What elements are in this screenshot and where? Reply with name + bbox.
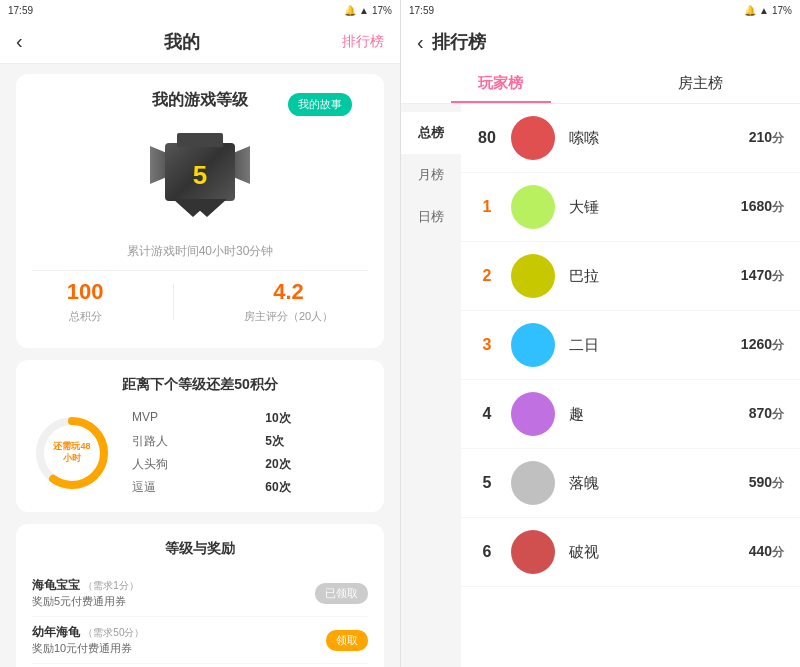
- right-notification-icon: 🔔: [744, 5, 756, 16]
- total-points-value: 100: [67, 279, 104, 305]
- badge-right-tail: [187, 199, 227, 217]
- rank-name-2: 巴拉: [569, 267, 727, 286]
- task-label-1: 引路人: [132, 433, 245, 450]
- avatar-2: [511, 254, 555, 298]
- rank-name-4: 趣: [569, 405, 735, 424]
- reward-desc-1: 奖励10元付费通用券: [32, 641, 144, 656]
- wifi-icon: ▲: [359, 5, 369, 16]
- filter-daily[interactable]: 日榜: [401, 196, 461, 238]
- badge-top-tab: [177, 133, 223, 147]
- donut-label: 还需玩48小时: [53, 441, 90, 464]
- rank-name-6: 破视: [569, 543, 735, 562]
- right-back-button[interactable]: ‹: [417, 31, 424, 54]
- task-value-2: 20次: [265, 456, 368, 473]
- tabs-row: 玩家榜 房主榜: [401, 64, 800, 104]
- stats-divider: [173, 284, 174, 320]
- rank-number-0: 80: [477, 129, 497, 147]
- progress-content: 还需玩48小时 MVP 10次 引路人 5次 人头狗 20次 逗逼 60次: [32, 410, 368, 496]
- tasks-grid: MVP 10次 引路人 5次 人头狗 20次 逗逼 60次: [132, 410, 368, 496]
- left-status-icons: 🔔 ▲ 17%: [344, 5, 392, 16]
- ranking-list: 80 嗦嗦 210分 1 大锤 1680分 2 巴拉 1470分 3 二日: [461, 104, 800, 667]
- ranking-item-1[interactable]: 1 大锤 1680分: [461, 173, 800, 242]
- task-value-1: 5次: [265, 433, 368, 450]
- rank-number-3: 3: [477, 336, 497, 354]
- ranking-item-0[interactable]: 80 嗦嗦 210分: [461, 104, 800, 173]
- reward-left-1: 幼年海龟 （需求50分） 奖励10元付费通用券: [32, 624, 144, 656]
- task-label-0: MVP: [132, 410, 245, 427]
- avatar-6: [511, 530, 555, 574]
- progress-card: 距离下个等级还差50积分 还需玩48小时 MVP 10次 引路人 5次 人头狗: [16, 360, 384, 512]
- ranking-item-4[interactable]: 4 趣 870分: [461, 380, 800, 449]
- rewards-card: 等级与奖励 海龟宝宝 （需求1分） 奖励5元付费通用券 已领取 幼年海龟 （需求…: [16, 524, 384, 667]
- filter-total[interactable]: 总榜: [401, 112, 461, 154]
- right-header-row: ‹ 排行榜: [401, 20, 800, 64]
- right-time: 17:59: [409, 5, 434, 16]
- task-value-3: 60次: [265, 479, 368, 496]
- right-panel: 17:59 🔔 ▲ 17% ‹ 排行榜 玩家榜 房主榜 总榜 月榜 日榜 80: [400, 0, 800, 667]
- left-page-title: 我的: [164, 30, 200, 54]
- reward-left-0: 海龟宝宝 （需求1分） 奖励5元付费通用券: [32, 577, 139, 609]
- tab-host-ranking[interactable]: 房主榜: [601, 64, 801, 103]
- right-wifi-icon: ▲: [759, 5, 769, 16]
- rank-score-2: 1470分: [741, 267, 784, 285]
- ranking-item-5[interactable]: 5 落魄 590分: [461, 449, 800, 518]
- rank-number-5: 5: [477, 474, 497, 492]
- rank-score-0: 210分: [749, 129, 784, 147]
- reward-btn-1[interactable]: 领取: [326, 630, 368, 651]
- reward-level-name-1: 幼年海龟 （需求50分）: [32, 624, 144, 641]
- level-card-title: 我的游戏等级: [152, 90, 248, 111]
- rewards-title: 等级与奖励: [32, 540, 368, 558]
- rank-number-1: 1: [477, 198, 497, 216]
- reward-row-1: 幼年海龟 （需求50分） 奖励10元付费通用券 领取: [32, 617, 368, 664]
- rank-name-0: 嗦嗦: [569, 129, 735, 148]
- right-status-bar: 17:59 🔔 ▲ 17%: [401, 0, 800, 20]
- ranking-item-2[interactable]: 2 巴拉 1470分: [461, 242, 800, 311]
- level-time-text: 累计游戏时间40小时30分钟: [127, 243, 274, 260]
- left-panel: 17:59 🔔 ▲ 17% ‹ 我的 排行榜 我的游戏等级 我的故事: [0, 0, 400, 667]
- filter-monthly[interactable]: 月榜: [401, 154, 461, 196]
- battery-text: 17%: [372, 5, 392, 16]
- avatar-5: [511, 461, 555, 505]
- total-points-label: 总积分: [69, 309, 102, 324]
- right-status-icons: 🔔 ▲ 17%: [744, 5, 792, 16]
- right-header: 17:59 🔔 ▲ 17% ‹ 排行榜: [401, 0, 800, 64]
- rank-name-5: 落魄: [569, 474, 735, 493]
- rank-name-3: 二日: [569, 336, 727, 355]
- progress-title: 距离下个等级还差50积分: [32, 376, 368, 394]
- level-title-row: 我的游戏等级 我的故事: [32, 90, 368, 119]
- ranking-item-3[interactable]: 3 二日 1260分: [461, 311, 800, 380]
- my-story-button[interactable]: 我的故事: [288, 93, 352, 116]
- avatar-1: [511, 185, 555, 229]
- rank-number-4: 4: [477, 405, 497, 423]
- stats-row: 100 总积分 4.2 房主评分（20人）: [32, 270, 368, 332]
- rank-score-4: 870分: [749, 405, 784, 423]
- badge-body: 5: [165, 143, 235, 201]
- reward-desc-0: 奖励5元付费通用券: [32, 594, 139, 609]
- task-value-0: 10次: [265, 410, 368, 427]
- ranking-item-6[interactable]: 6 破视 440分: [461, 518, 800, 587]
- avatar-0: [511, 116, 555, 160]
- reward-row-0: 海龟宝宝 （需求1分） 奖励5元付费通用券 已领取: [32, 570, 368, 617]
- host-rating-label: 房主评分（20人）: [244, 309, 333, 324]
- left-content: 我的游戏等级 我的故事 5: [0, 64, 400, 667]
- task-label-3: 逗逼: [132, 479, 245, 496]
- tab-player-ranking[interactable]: 玩家榜: [401, 64, 601, 103]
- filter-sidebar: 总榜 月榜 日榜: [401, 104, 461, 667]
- left-time: 17:59: [8, 5, 33, 16]
- reward-level-name-0: 海龟宝宝 （需求1分）: [32, 577, 139, 594]
- ranking-link[interactable]: 排行榜: [342, 33, 384, 51]
- rank-name-1: 大锤: [569, 198, 727, 217]
- task-label-2: 人头狗: [132, 456, 245, 473]
- rank-score-6: 440分: [749, 543, 784, 561]
- avatar-4: [511, 392, 555, 436]
- rank-number-6: 6: [477, 543, 497, 561]
- reward-btn-0: 已领取: [315, 583, 368, 604]
- rank-number-2: 2: [477, 267, 497, 285]
- avatar-3: [511, 323, 555, 367]
- right-page-title: 排行榜: [432, 30, 486, 54]
- total-points-stat: 100 总积分: [67, 279, 104, 324]
- left-back-button[interactable]: ‹: [16, 30, 23, 53]
- left-header: ‹ 我的 排行榜: [0, 20, 400, 64]
- rank-score-1: 1680分: [741, 198, 784, 216]
- rank-score-3: 1260分: [741, 336, 784, 354]
